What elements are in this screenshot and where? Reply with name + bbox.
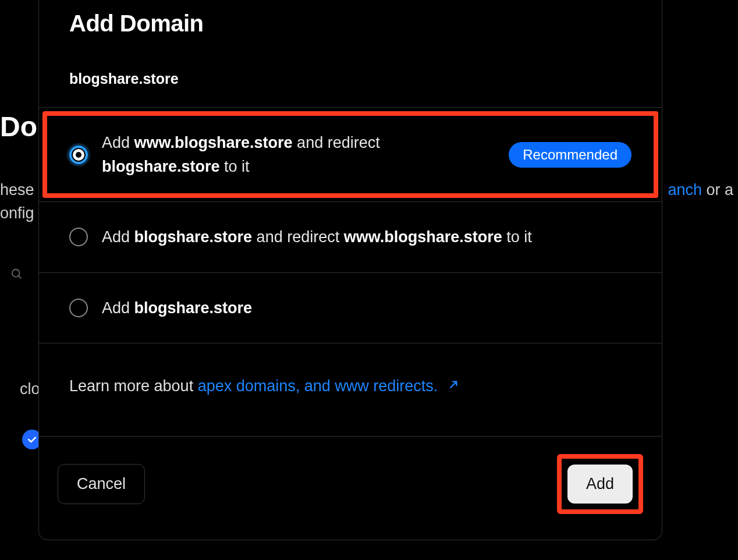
domain-option-apex-only[interactable]: Add blogshare.store xyxy=(39,272,662,343)
svg-line-1 xyxy=(19,276,22,279)
radio-unselected-icon[interactable] xyxy=(69,228,88,246)
bg-text-or-a: or a xyxy=(702,181,733,199)
learn-more-row: Learn more about apex domains, and www r… xyxy=(39,343,662,436)
learn-more-prefix: Learn more about xyxy=(69,377,198,395)
cancel-button[interactable]: Cancel xyxy=(58,464,145,504)
modal-subtitle: blogshare.store xyxy=(69,70,631,87)
svg-point-0 xyxy=(12,270,20,277)
bg-text-fragment-2: onfig xyxy=(0,203,34,225)
option-text: Add blogshare.store xyxy=(102,296,631,320)
option-text: Add www.blogshare.store and redirect blo… xyxy=(102,131,495,178)
domain-option-apex-redirect-www[interactable]: Add blogshare.store and redirect www.blo… xyxy=(39,201,662,272)
radio-unselected-icon[interactable] xyxy=(69,299,88,317)
bg-text-fragment-right: anch or a xyxy=(668,179,733,201)
bg-item-fragment: clo xyxy=(20,380,40,398)
modal-header: Add Domain blogshare.store xyxy=(39,0,662,107)
domain-option-www-redirect-apex[interactable]: Add www.blogshare.store and redirect blo… xyxy=(39,107,662,201)
add-button[interactable]: Add xyxy=(567,465,633,504)
option-text: Add blogshare.store and redirect www.blo… xyxy=(102,225,631,249)
learn-more-link[interactable]: apex domains, and www redirects. xyxy=(198,377,459,395)
modal-title: Add Domain xyxy=(69,10,631,37)
modal-footer: Cancel Add xyxy=(39,436,662,540)
radio-selected-icon[interactable] xyxy=(69,146,88,164)
external-link-icon xyxy=(446,380,459,392)
bg-text-fragment-1: hese xyxy=(0,179,34,201)
recommended-badge: Recommended xyxy=(509,142,631,168)
highlight-box: Add xyxy=(557,454,643,514)
add-domain-modal: Add Domain blogshare.store Add www.blogs… xyxy=(38,0,662,540)
bg-link-fragment: anch xyxy=(668,181,702,199)
search-icon xyxy=(10,268,22,279)
